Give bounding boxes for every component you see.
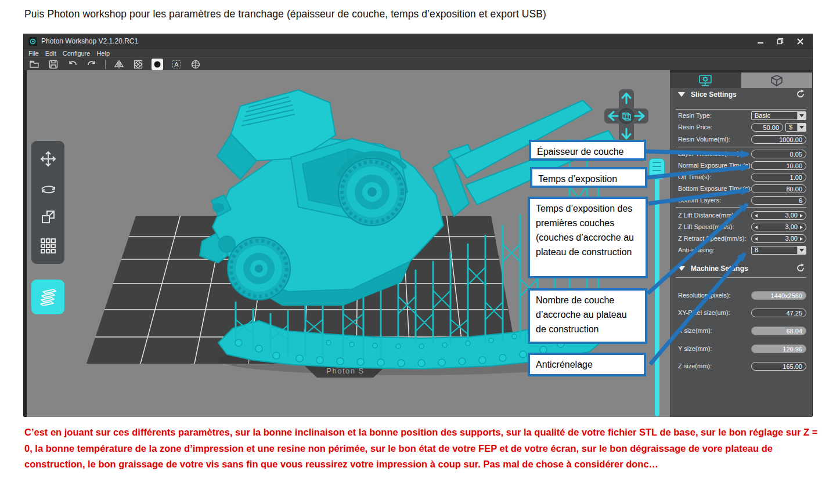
mirror-icon[interactable] xyxy=(113,59,125,70)
tab-slice-settings[interactable] xyxy=(670,72,741,88)
callout-layer-thickness: Épaisseur de couche xyxy=(529,140,646,161)
field-z-size: Z size(mm): 165.00 xyxy=(678,362,806,371)
spinner-left-icon[interactable] xyxy=(755,226,758,229)
footer-note: C’est en jouant sur ces différents param… xyxy=(24,425,819,473)
resin-volume-input[interactable]: 1000.00 xyxy=(751,135,806,144)
machine-settings-title: Machine Settings xyxy=(691,264,748,273)
spinner-right-icon[interactable] xyxy=(800,214,803,217)
restore-icon[interactable] xyxy=(776,37,784,45)
field-off-time: Off Time(s): 1.00 xyxy=(678,173,806,182)
currency-dropdown[interactable]: $ xyxy=(785,123,806,132)
callout-bottom-exposure: Temps d’exposition des premières couches… xyxy=(528,197,648,278)
resolution-value: 1440x2560 xyxy=(751,291,806,300)
window-title: Photon Workshop V2.1.20.RC1 xyxy=(41,37,138,45)
slice-pattern-icon[interactable] xyxy=(132,59,144,70)
refresh-machine-icon[interactable] xyxy=(796,263,805,273)
z-size-input[interactable]: 165.00 xyxy=(751,362,806,371)
field-label: Z Retract Speed(mm/s): xyxy=(678,235,746,242)
rotate-icon[interactable] xyxy=(37,176,60,200)
machine-settings-header[interactable]: Machine Settings xyxy=(678,263,792,274)
view-nav-cross xyxy=(604,89,648,143)
field-layer-thickness: Layer Thickness(mm): 0.05 xyxy=(678,150,806,159)
save-icon[interactable] xyxy=(48,59,59,70)
divider xyxy=(676,109,806,110)
field-label: Anti-aliasing: xyxy=(678,246,715,253)
field-label: Z Lift Speed(mm/s): xyxy=(678,223,734,230)
layers-icon[interactable] xyxy=(31,280,64,314)
spinner-right-icon[interactable] xyxy=(800,237,803,241)
home-view-button[interactable] xyxy=(619,108,634,124)
tab-machine[interactable] xyxy=(741,72,813,88)
slice-settings-header[interactable]: Slice Settings xyxy=(678,89,792,100)
spinner-right-icon[interactable] xyxy=(800,226,803,229)
text-icon[interactable]: A xyxy=(171,59,182,70)
layer-slider-handle[interactable] xyxy=(649,158,665,179)
z-lift-distance-stepper[interactable]: 3,00 xyxy=(751,211,806,220)
field-label: Resin Volume(ml): xyxy=(678,136,730,143)
callout-anti-aliasing: Anticrénelage xyxy=(528,353,646,376)
bottom-exposure-input[interactable]: 80.00 xyxy=(751,184,806,193)
field-label: Normal Exposure Time(s): xyxy=(678,162,752,169)
scale-icon[interactable] xyxy=(37,205,60,229)
chevron-down-icon[interactable] xyxy=(797,124,806,131)
resin-price-input[interactable]: 50.00 xyxy=(751,123,783,132)
chevron-down-icon[interactable] xyxy=(797,246,806,254)
window-titlebar: Photon Workshop V2.1.20.RC1 xyxy=(24,34,812,48)
minimize-icon[interactable] xyxy=(756,37,765,45)
field-label: Layer Thickness(mm): xyxy=(678,150,741,157)
chevron-down-icon[interactable] xyxy=(797,112,806,119)
sphere-icon[interactable] xyxy=(190,59,201,70)
menu-edit[interactable]: Edit xyxy=(45,50,56,57)
z-retract-speed-stepper[interactable]: 3,00 xyxy=(751,234,806,243)
x-size-value: 68.04 xyxy=(751,327,806,335)
anti-aliasing-dropdown[interactable]: 8 xyxy=(751,246,806,255)
array-icon[interactable] xyxy=(37,234,60,258)
y-size-value: 120.96 xyxy=(751,345,806,353)
field-label: Y size(mm): xyxy=(678,345,712,352)
menu-help[interactable]: Help xyxy=(96,50,110,57)
redo-icon[interactable] xyxy=(86,59,98,70)
resin-type-dropdown[interactable]: Basic xyxy=(751,111,806,120)
z-lift-speed-stepper[interactable]: 3,00 xyxy=(751,223,806,231)
undo-icon[interactable] xyxy=(67,59,78,70)
refresh-slice-icon[interactable] xyxy=(796,89,805,99)
field-resin-type: Resin Type: Basic xyxy=(678,111,806,121)
slice-settings-title: Slice Settings xyxy=(691,90,737,99)
field-label: XY-Pixel size(um): xyxy=(678,309,730,316)
active-tool-icon[interactable] xyxy=(152,59,163,70)
photon-workshop-window: Photon Workshop V2.1.20.RC1 File Edit Co… xyxy=(23,34,813,416)
field-bottom-exposure: Bottom Exposure Time(s): 80.00 xyxy=(678,184,806,194)
field-normal-exposure: Normal Exposure Time(s): 10.00 xyxy=(678,161,806,171)
field-y-size: Y size(mm): 120.96 xyxy=(678,345,806,354)
field-resolution: Resolution(pixels): 1440x2560 xyxy=(678,291,806,300)
field-label: Off Time(s): xyxy=(678,173,711,180)
panel-tabs xyxy=(670,72,812,88)
layer-slider-track[interactable] xyxy=(655,158,659,416)
open-icon[interactable] xyxy=(28,59,40,70)
spinner-left-icon[interactable] xyxy=(755,214,758,217)
callout-exposure-time: Temps d’exposition xyxy=(530,167,647,188)
tool-bar: A xyxy=(24,57,812,70)
bottom-layers-input[interactable]: 6 xyxy=(751,196,806,205)
off-time-input[interactable]: 1.00 xyxy=(751,173,806,182)
app-logo-icon xyxy=(28,37,37,46)
callout-bottom-layers: Nombre de couche d’accroche au plateau d… xyxy=(528,288,647,344)
field-bottom-layers: Bottom Layers: 6 xyxy=(678,196,806,205)
xy-pixel-input[interactable]: 47.25 xyxy=(751,309,806,317)
layer-thickness-input[interactable]: 0.05 xyxy=(751,150,806,158)
field-label: Bottom Layers: xyxy=(678,197,721,204)
close-icon[interactable] xyxy=(796,37,804,45)
menu-configure[interactable]: Configure xyxy=(63,50,91,57)
field-z-lift-distance: Z Lift Distance(mm): 3,00 xyxy=(678,211,806,220)
menu-file[interactable]: File xyxy=(28,50,39,57)
move-icon[interactable] xyxy=(37,147,60,171)
field-label: Resolution(pixels): xyxy=(678,292,730,299)
field-label: Z size(mm): xyxy=(678,362,712,369)
settings-panel: Slice Settings Resin Type: Basic Resin P… xyxy=(670,70,812,417)
spinner-left-icon[interactable] xyxy=(755,237,758,241)
normal-exposure-input[interactable]: 10.00 xyxy=(751,161,806,170)
field-resin-volume: Resin Volume(ml): 1000.00 xyxy=(678,135,806,144)
collapse-icon xyxy=(678,92,685,97)
divider xyxy=(676,277,806,278)
field-resin-price: Resin Price: 50.00 $ xyxy=(678,123,806,132)
